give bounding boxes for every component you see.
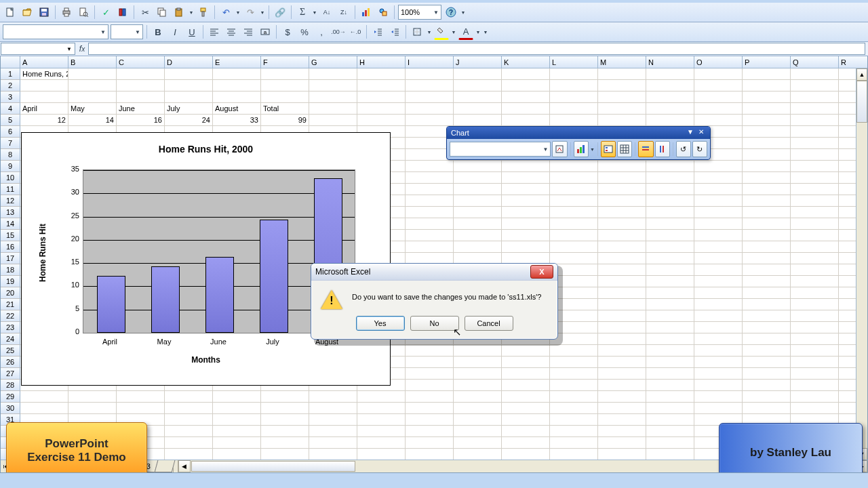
save-icon[interactable] <box>37 5 52 20</box>
cell[interactable] <box>454 230 502 241</box>
research-icon[interactable] <box>115 5 130 20</box>
cell[interactable] <box>791 230 839 241</box>
cell[interactable] <box>406 172 454 184</box>
cell[interactable] <box>743 138 791 149</box>
comma-icon[interactable]: , <box>314 24 329 39</box>
italic-button[interactable]: I <box>167 24 182 39</box>
cell[interactable] <box>550 103 598 115</box>
cell[interactable] <box>743 368 791 380</box>
cell[interactable] <box>598 184 646 195</box>
cell[interactable] <box>261 426 309 437</box>
cell[interactable] <box>165 449 213 460</box>
cell[interactable] <box>309 403 357 414</box>
toolbar-options-icon[interactable]: ▼ <box>483 25 488 39</box>
cell[interactable] <box>598 92 646 103</box>
cell[interactable] <box>117 403 165 414</box>
cell[interactable] <box>165 437 213 449</box>
cell[interactable] <box>646 172 694 184</box>
cell[interactable] <box>454 115 502 126</box>
column-header[interactable]: P <box>743 56 791 68</box>
cell[interactable] <box>165 68 213 80</box>
cell[interactable] <box>20 391 68 403</box>
select-all-corner[interactable] <box>1 56 20 68</box>
cell[interactable] <box>406 207 454 218</box>
dialog-close-icon[interactable]: X <box>530 265 553 279</box>
cell[interactable] <box>357 92 406 103</box>
cell[interactable] <box>646 414 694 426</box>
cell[interactable] <box>165 403 213 414</box>
cell[interactable] <box>694 333 743 345</box>
cell[interactable]: 12 <box>20 115 68 126</box>
undo-icon[interactable]: ↶ <box>218 5 233 20</box>
cell[interactable] <box>694 287 743 299</box>
name-box[interactable]: ▼ <box>1 43 75 55</box>
cell[interactable] <box>454 172 502 184</box>
row-header[interactable]: 11 <box>1 184 20 195</box>
row-header[interactable]: 25 <box>1 345 20 357</box>
cell[interactable] <box>694 103 743 115</box>
cell[interactable] <box>694 322 743 333</box>
cell[interactable]: April <box>20 103 68 115</box>
chart-type-dropdown-icon[interactable]: ▼ <box>590 142 595 156</box>
cell[interactable] <box>550 380 598 391</box>
cell[interactable] <box>261 414 309 426</box>
cell[interactable] <box>502 195 550 207</box>
cell[interactable] <box>646 391 694 403</box>
cell[interactable] <box>694 80 743 92</box>
cell[interactable] <box>502 437 550 449</box>
cell[interactable] <box>694 403 743 414</box>
cell[interactable] <box>454 68 502 80</box>
cell[interactable] <box>694 230 743 241</box>
sort-desc-icon[interactable]: Z↓ <box>336 5 351 20</box>
cell[interactable] <box>598 264 646 276</box>
cell[interactable] <box>550 241 598 253</box>
cell[interactable] <box>406 92 454 103</box>
cell[interactable] <box>646 403 694 414</box>
cell[interactable] <box>791 138 839 149</box>
cell[interactable] <box>502 230 550 241</box>
toolbar-options-icon[interactable]: ▼ <box>460 5 466 19</box>
cell[interactable] <box>213 68 261 80</box>
cell[interactable] <box>791 333 839 345</box>
cancel-button[interactable]: Cancel <box>465 316 513 331</box>
cell[interactable] <box>598 276 646 287</box>
row-header[interactable]: 18 <box>1 264 20 276</box>
cell[interactable] <box>598 391 646 403</box>
cell[interactable] <box>791 310 839 322</box>
row-header[interactable]: 29 <box>1 391 20 403</box>
cell[interactable] <box>694 195 743 207</box>
cell[interactable] <box>550 414 598 426</box>
cell[interactable] <box>598 437 646 449</box>
row-header[interactable]: 20 <box>1 287 20 299</box>
chart-wizard-icon[interactable] <box>359 5 374 20</box>
cell[interactable] <box>357 103 406 115</box>
cell[interactable] <box>261 437 309 449</box>
row-header[interactable]: 15 <box>1 230 20 241</box>
cell[interactable] <box>406 345 454 357</box>
column-header[interactable]: C <box>117 56 165 68</box>
cell[interactable] <box>406 426 454 437</box>
cell[interactable] <box>743 149 791 161</box>
column-header[interactable]: Q <box>791 56 839 68</box>
column-header[interactable]: B <box>68 56 117 68</box>
cell[interactable] <box>550 253 598 264</box>
cell[interactable] <box>406 437 454 449</box>
cell[interactable] <box>743 299 791 310</box>
row-header[interactable]: 8 <box>1 149 20 161</box>
cell[interactable] <box>406 68 454 80</box>
cell[interactable] <box>550 437 598 449</box>
cell[interactable] <box>694 241 743 253</box>
cell[interactable]: 99 <box>261 115 309 126</box>
cell[interactable] <box>791 184 839 195</box>
cell[interactable] <box>165 80 213 92</box>
cell[interactable] <box>791 287 839 299</box>
cell[interactable] <box>646 426 694 437</box>
cell[interactable] <box>502 368 550 380</box>
chart-toolbar[interactable]: Chart ▼ ✕ ▼ ▼ ↺ ↻ <box>446 126 711 160</box>
cell[interactable] <box>406 103 454 115</box>
cell[interactable] <box>646 253 694 264</box>
cell[interactable] <box>743 322 791 333</box>
cell[interactable] <box>165 391 213 403</box>
cell[interactable] <box>20 403 68 414</box>
cell[interactable] <box>694 299 743 310</box>
